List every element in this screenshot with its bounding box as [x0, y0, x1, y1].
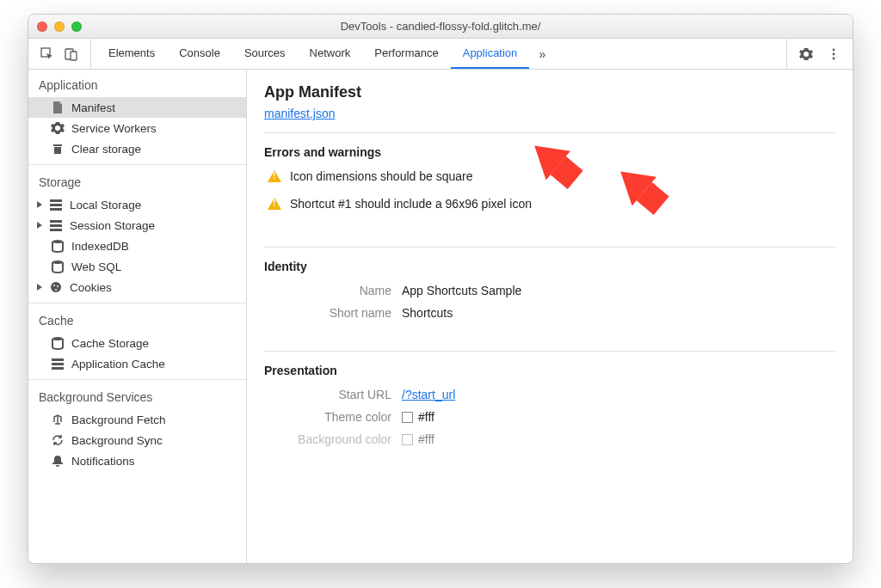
sidebar-item-clear-storage[interactable]: Clear storage	[28, 138, 246, 159]
divider	[28, 164, 246, 165]
cookie-icon	[49, 280, 63, 294]
warning-row: Shortcut #1 should include a 96x96 pixel…	[268, 197, 835, 211]
kv-row: Theme color #fff	[264, 410, 835, 424]
tab-performance[interactable]: Performance	[362, 39, 450, 69]
presentation-block: Presentation Start URL /?start_url Theme…	[264, 351, 835, 465]
sidebar-item-local-storage[interactable]: Local Storage	[28, 194, 246, 215]
warning-icon	[268, 198, 281, 210]
kv-value: #fff	[402, 410, 434, 424]
kv-label: Name	[264, 284, 402, 297]
svg-point-17	[55, 289, 57, 291]
tab-network[interactable]: Network	[298, 39, 363, 69]
warning-icon	[268, 170, 281, 182]
kv-value: #fff	[402, 432, 434, 446]
color-swatch	[402, 412, 413, 423]
manifest-link[interactable]: manifest.json	[264, 107, 335, 120]
svg-point-15	[53, 285, 55, 286]
divider	[28, 379, 246, 380]
sync-icon	[51, 433, 65, 447]
svg-rect-6	[50, 199, 62, 202]
identity-heading: Identity	[264, 260, 835, 273]
application-sidebar: Application Manifest Service Workers Cle…	[28, 70, 247, 563]
sidebar-item-manifest[interactable]: Manifest	[28, 97, 246, 118]
table-icon	[49, 218, 63, 232]
window-title: DevTools - candied-flossy-fold.glitch.me…	[28, 20, 853, 33]
svg-rect-21	[52, 367, 64, 370]
kv-value: Shortcuts	[402, 306, 453, 320]
svg-point-4	[833, 52, 835, 55]
database-icon	[51, 239, 65, 253]
trash-icon	[51, 142, 65, 156]
sidebar-item-label: IndexedDB	[71, 240, 129, 253]
svg-rect-11	[50, 229, 62, 231]
svg-rect-10	[50, 224, 62, 227]
sidebar-section-cache: Cache	[28, 305, 246, 333]
warning-text: Icon dimensions should be square	[290, 169, 472, 183]
sidebar-item-label: Manifest	[71, 101, 115, 114]
sidebar-item-label: Background Fetch	[71, 413, 166, 426]
sidebar-item-label: Notifications	[71, 455, 135, 468]
sidebar-item-label: Session Storage	[70, 219, 155, 232]
file-icon	[51, 101, 65, 114]
sidebar-item-notifications[interactable]: Notifications	[28, 450, 246, 471]
device-toolbar-icon[interactable]	[59, 47, 83, 61]
warning-text: Shortcut #1 should include a 96x96 pixel…	[290, 197, 532, 211]
svg-rect-7	[50, 204, 62, 206]
sidebar-item-service-workers[interactable]: Service Workers	[28, 118, 246, 138]
sidebar-item-background-sync[interactable]: Background Sync	[28, 430, 246, 450]
kv-row: Background color #fff	[264, 432, 835, 446]
table-icon	[51, 357, 65, 371]
svg-rect-19	[52, 358, 64, 361]
svg-point-18	[52, 337, 63, 340]
sidebar-item-cookies[interactable]: Cookies	[28, 277, 246, 297]
sidebar-item-websql[interactable]: Web SQL	[28, 256, 246, 277]
manifest-panel: App Manifest manifest.json Errors and wa…	[247, 70, 853, 563]
kebab-menu-icon[interactable]	[822, 47, 846, 61]
database-icon	[51, 336, 65, 350]
sidebar-item-label: Application Cache	[71, 358, 165, 371]
kv-value: App Shortcuts Sample	[402, 284, 521, 297]
sidebar-item-background-fetch[interactable]: Background Fetch	[28, 409, 246, 430]
sidebar-item-session-storage[interactable]: Session Storage	[28, 215, 246, 236]
start-url-link[interactable]: /?start_url	[402, 388, 455, 401]
devtools-window: DevTools - candied-flossy-fold.glitch.me…	[28, 14, 853, 564]
kv-row: Start URL /?start_url	[264, 388, 835, 401]
fetch-icon	[51, 413, 65, 426]
svg-point-5	[833, 57, 835, 59]
svg-point-3	[833, 48, 835, 51]
svg-point-13	[52, 260, 63, 264]
kv-label: Background color	[264, 432, 402, 446]
bell-icon	[51, 454, 65, 468]
sidebar-item-label: Clear storage	[71, 143, 141, 156]
sidebar-item-indexeddb[interactable]: IndexedDB	[28, 236, 246, 256]
sidebar-section-storage: Storage	[28, 167, 246, 194]
sidebar-item-cache-storage[interactable]: Cache Storage	[28, 333, 246, 353]
inspect-element-icon[interactable]	[35, 47, 59, 61]
kv-row: Name App Shortcuts Sample	[264, 284, 835, 297]
tab-elements[interactable]: Elements	[96, 39, 167, 69]
sidebar-item-label: Cache Storage	[71, 337, 149, 350]
svg-rect-2	[71, 52, 77, 60]
sidebar-item-label: Local Storage	[70, 199, 141, 211]
tab-console[interactable]: Console	[167, 39, 232, 69]
settings-gear-icon[interactable]	[794, 47, 818, 61]
sidebar-section-background-services: Background Services	[28, 382, 246, 409]
svg-point-16	[57, 285, 59, 287]
svg-rect-8	[50, 208, 62, 211]
titlebar: DevTools - candied-flossy-fold.glitch.me…	[28, 15, 853, 39]
database-icon	[51, 260, 65, 273]
kv-label: Start URL	[264, 388, 402, 401]
identity-block: Identity Name App Shortcuts Sample Short…	[264, 247, 835, 339]
tab-application[interactable]: Application	[451, 39, 530, 69]
sidebar-item-label: Background Sync	[71, 434, 163, 447]
expand-triangle-icon	[37, 201, 42, 208]
toolbar-right-group	[786, 39, 853, 69]
color-hex: #fff	[418, 410, 434, 424]
divider	[28, 303, 246, 303]
color-hex: #fff	[418, 432, 434, 446]
svg-rect-20	[52, 363, 64, 365]
sidebar-item-application-cache[interactable]: Application Cache	[28, 353, 246, 374]
kv-row: Short name Shortcuts	[264, 306, 835, 320]
tab-sources[interactable]: Sources	[232, 39, 298, 69]
tabs-overflow-button[interactable]: »	[529, 39, 555, 69]
